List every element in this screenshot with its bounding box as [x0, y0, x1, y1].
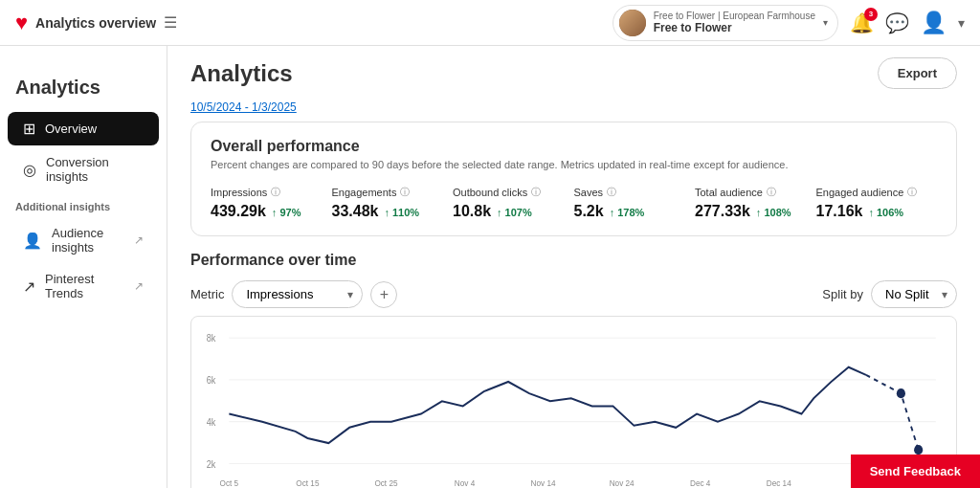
metric-value: 17.16k	[816, 203, 863, 220]
metric-saves: Saves ⓘ 5.2k ↑ 178%	[574, 186, 696, 220]
metric-value: 10.8k	[453, 203, 491, 220]
add-metric-button[interactable]: +	[370, 281, 397, 308]
metric-value: 439.29k	[211, 203, 266, 220]
sidebar-item-audience-label: Audience insights	[52, 226, 124, 255]
conversion-icon: ◎	[23, 161, 36, 179]
content-header: Analytics Export	[167, 46, 980, 97]
top-nav-right: Free to Flower | European Farmhouse Free…	[612, 5, 965, 41]
metric-engaged-audience: Engaged audience ⓘ 17.16k ↑ 106%	[816, 186, 938, 220]
split-select[interactable]: No Split	[871, 280, 957, 308]
account-info: Free to Flower | European Farmhouse Free…	[654, 11, 815, 34]
split-label: Split by	[822, 287, 863, 301]
chevron-down-icon: ▾	[823, 17, 828, 28]
external-link-trends-icon: ↗	[134, 279, 144, 293]
sidebar-item-audience[interactable]: 👤 Audience insights ↗	[8, 218, 159, 262]
metric-impressions: Impressions ⓘ 439.29k ↑ 97%	[211, 186, 332, 220]
metric-change: ↑ 110%	[384, 207, 419, 218]
split-select-wrapper: No Split	[871, 280, 957, 308]
metric-label: Metric	[190, 287, 224, 301]
metric-total-audience: Total audience ⓘ 277.33k ↑ 108%	[695, 186, 816, 220]
pot-title: Performance over time	[190, 252, 957, 269]
svg-text:2k: 2k	[207, 458, 216, 470]
notifications-icon[interactable]: 🔔 3	[850, 11, 874, 34]
metric-info-icon[interactable]: ⓘ	[767, 186, 776, 199]
metric-change: ↑ 108%	[756, 207, 791, 218]
main-layout: Analytics ⊞ Overview ◎ Conversion insigh…	[0, 46, 980, 488]
page-title: Analytics overview	[35, 15, 156, 31]
chart-line	[229, 367, 866, 443]
metric-engagements: Engagements ⓘ 33.48k ↑ 110%	[332, 186, 454, 220]
pot-controls: Metric Impressions Engagements Outbound …	[190, 280, 957, 308]
svg-text:4k: 4k	[207, 416, 216, 428]
sidebar-item-trends-label: Pinterest Trends	[45, 272, 124, 300]
metric-value: 5.2k	[574, 203, 604, 220]
chart-dashed-line	[866, 375, 919, 450]
analytics-page-title: Analytics	[190, 60, 293, 87]
svg-text:8k: 8k	[207, 333, 216, 344]
metric-label-text: Outbound clicks ⓘ	[453, 186, 559, 199]
user-account-icon[interactable]: 👤	[921, 11, 947, 35]
overview-icon: ⊞	[23, 120, 35, 138]
chart-dot-2	[914, 445, 923, 455]
account-subtext: Free to Flower | European Farmhouse	[654, 11, 815, 21]
metric-value: 33.48k	[332, 203, 379, 220]
top-nav-left: ♥ Analytics overview ☰	[15, 11, 177, 35]
sidebar-item-overview[interactable]: ⊞ Overview	[8, 112, 159, 145]
chart-container: 8k 6k 4k 2k	[190, 316, 957, 488]
metric-info-icon[interactable]: ⓘ	[531, 186, 541, 199]
export-button[interactable]: Export	[878, 57, 957, 89]
metric-change: ↑ 106%	[868, 207, 903, 218]
perf-card-subtitle: Percent changes are compared to 90 days …	[211, 159, 937, 170]
svg-text:6k: 6k	[207, 375, 216, 387]
sidebar-title: Analytics	[0, 61, 167, 110]
pot-controls-right: Split by No Split	[822, 280, 957, 308]
perf-card-title: Overall performance	[211, 138, 937, 155]
notification-badge: 3	[864, 8, 878, 21]
svg-text:Nov 4: Nov 4	[455, 477, 476, 488]
date-range[interactable]: 10/5/2024 - 1/3/2025	[167, 97, 980, 122]
metric-label-text: Impressions ⓘ	[211, 186, 317, 199]
metric-label-text: Engagements ⓘ	[332, 186, 438, 199]
sidebar: Analytics ⊞ Overview ◎ Conversion insigh…	[0, 46, 167, 488]
metric-label-text: Saves ⓘ	[574, 186, 680, 199]
metric-info-icon[interactable]: ⓘ	[271, 186, 280, 199]
metric-change: ↑ 107%	[497, 207, 532, 218]
metric-info-icon[interactable]: ⓘ	[607, 186, 616, 199]
metric-select[interactable]: Impressions Engagements Outbound clicks …	[232, 280, 363, 308]
svg-text:Oct 15: Oct 15	[296, 477, 319, 488]
avatar-image	[619, 10, 646, 36]
sidebar-item-overview-label: Overview	[45, 122, 97, 136]
hamburger-icon[interactable]: ☰	[164, 13, 177, 32]
messages-icon[interactable]: 💬	[885, 11, 909, 34]
metric-change: ↑ 178%	[610, 207, 645, 218]
sidebar-item-conversion[interactable]: ◎ Conversion insights	[8, 147, 159, 191]
metric-info-icon[interactable]: ⓘ	[400, 186, 410, 199]
metric-info-icon[interactable]: ⓘ	[907, 186, 917, 199]
perf-metrics: Impressions ⓘ 439.29k ↑ 97% Engagements …	[211, 186, 937, 220]
svg-text:Dec 14: Dec 14	[767, 477, 791, 488]
svg-text:Oct 25: Oct 25	[374, 477, 397, 488]
svg-text:Nov 24: Nov 24	[610, 477, 635, 488]
metric-label-text: Total audience ⓘ	[695, 186, 801, 199]
send-feedback-button[interactable]: Send Feedback	[851, 455, 980, 488]
pot-controls-left: Metric Impressions Engagements Outbound …	[190, 280, 397, 308]
svg-text:Nov 14: Nov 14	[531, 477, 556, 488]
sidebar-item-trends[interactable]: ↗ Pinterest Trends ↗	[8, 264, 159, 308]
performance-over-time: Performance over time Metric Impressions…	[190, 252, 957, 488]
metric-value: 277.33k	[695, 203, 750, 220]
audience-icon: 👤	[23, 232, 42, 250]
metric-change: ↑ 97%	[272, 207, 301, 218]
trends-icon: ↗	[23, 277, 35, 296]
account-chevron-icon[interactable]: ▾	[958, 15, 965, 31]
metric-select-wrapper: Impressions Engagements Outbound clicks …	[232, 280, 363, 308]
content-area: Analytics Export 10/5/2024 - 1/3/2025 Ov…	[167, 46, 980, 488]
top-nav: ♥ Analytics overview ☰ Free to Flower | …	[0, 0, 980, 46]
account-pill[interactable]: Free to Flower | European Farmhouse Free…	[612, 5, 838, 41]
pinterest-logo-icon: ♥	[15, 11, 28, 35]
avatar	[619, 10, 646, 36]
metric-label-text: Engaged audience ⓘ	[816, 186, 923, 199]
sidebar-item-conversion-label: Conversion insights	[46, 155, 144, 184]
chart-dot-1	[897, 388, 905, 398]
metric-outbound-clicks: Outbound clicks ⓘ 10.8k ↑ 107%	[453, 186, 574, 220]
additional-insights-label: Additional insights	[0, 193, 167, 216]
